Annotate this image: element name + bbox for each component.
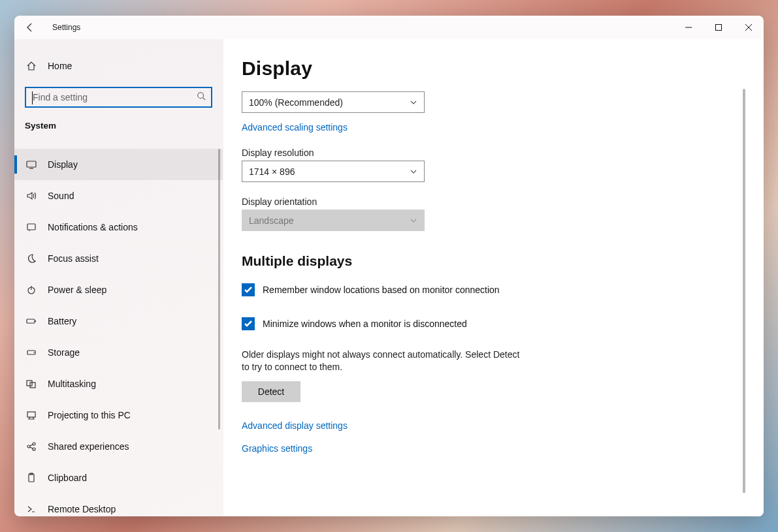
- orientation-dropdown: Landscape: [242, 210, 425, 231]
- sidebar-item-label: Notifications & actions: [48, 222, 138, 232]
- orientation-label: Display orientation: [242, 196, 730, 207]
- checkmark-icon: [244, 285, 253, 294]
- detect-info-text: Older displays might not always connect …: [242, 349, 529, 373]
- sidebar-item-battery[interactable]: Battery: [14, 305, 223, 337]
- chevron-down-icon: [410, 99, 417, 106]
- chevron-down-icon: [410, 168, 417, 176]
- search-input[interactable]: [33, 92, 197, 102]
- minimize-button[interactable]: [673, 16, 704, 39]
- chevron-down-icon: [410, 217, 417, 225]
- sidebar-item-clipboard[interactable]: Clipboard: [14, 462, 223, 493]
- remember-locations-row[interactable]: Remember window locations based on monit…: [242, 283, 730, 296]
- svg-point-20: [33, 448, 35, 450]
- sidebar-item-power-sleep[interactable]: Power & sleep: [14, 274, 223, 305]
- svg-point-4: [198, 93, 204, 99]
- search-input-container[interactable]: [25, 87, 212, 108]
- sidebar-item-label: Sound: [48, 191, 74, 201]
- window-controls: [673, 16, 764, 39]
- scale-dropdown[interactable]: 100% (Recommended): [242, 91, 425, 113]
- sidebar-item-remote-desktop[interactable]: Remote Desktop: [14, 493, 223, 516]
- shared-icon: [25, 441, 38, 452]
- sidebar-home[interactable]: Home: [14, 54, 223, 78]
- svg-rect-11: [27, 319, 35, 323]
- sidebar-item-label: Power & sleep: [48, 285, 106, 295]
- minimize-windows-checkbox[interactable]: [242, 317, 255, 330]
- advanced-scaling-link[interactable]: Advanced scaling settings: [242, 122, 348, 133]
- titlebar: Settings: [14, 16, 764, 39]
- back-button[interactable]: [17, 16, 43, 39]
- sidebar-item-storage[interactable]: Storage: [14, 337, 223, 368]
- multitasking-icon: [25, 379, 38, 389]
- settings-window: Settings Home: [14, 16, 764, 516]
- svg-rect-15: [27, 381, 32, 386]
- sidebar-item-shared-experiences[interactable]: Shared experiences: [14, 431, 223, 462]
- sidebar-item-display[interactable]: Display: [14, 149, 223, 180]
- orientation-dropdown-value: Landscape: [249, 215, 294, 226]
- window-title: Settings: [52, 23, 80, 32]
- remember-locations-checkbox[interactable]: [242, 283, 255, 296]
- checkmark-icon: [244, 319, 253, 328]
- sidebar-item-label: Storage: [48, 347, 80, 358]
- sidebar-item-multitasking[interactable]: Multitasking: [14, 368, 223, 399]
- svg-rect-17: [27, 412, 35, 417]
- main-content: Display 100% (Recommended) Advanced scal…: [223, 39, 764, 516]
- text-caret: [32, 91, 33, 104]
- close-button[interactable]: [734, 16, 764, 39]
- home-icon: [25, 61, 38, 71]
- notifications-icon: [25, 222, 38, 232]
- svg-rect-21: [29, 474, 34, 482]
- power-icon: [25, 285, 38, 295]
- content-scroll-area[interactable]: 100% (Recommended) Advanced scaling sett…: [242, 89, 745, 493]
- sidebar-item-label: Focus assist: [48, 253, 99, 264]
- svg-point-19: [33, 443, 35, 445]
- sound-icon: [25, 191, 38, 201]
- advanced-display-link[interactable]: Advanced display settings: [242, 420, 348, 431]
- resolution-dropdown[interactable]: 1714 × 896: [242, 161, 425, 182]
- sidebar-nav-list[interactable]: Display Sound Notifications & actions Fo…: [14, 149, 223, 516]
- scrollbar-thumb[interactable]: [743, 89, 745, 493]
- storage-icon: [25, 347, 38, 358]
- sidebar-item-focus-assist[interactable]: Focus assist: [14, 243, 223, 274]
- sidebar-item-label: Projecting to this PC: [48, 410, 131, 420]
- svg-rect-1: [716, 25, 722, 31]
- battery-icon: [25, 316, 38, 326]
- monitor-icon: [25, 159, 38, 170]
- sidebar-home-label: Home: [48, 61, 72, 71]
- svg-line-5: [203, 98, 206, 101]
- sidebar-item-label: Clipboard: [48, 473, 87, 483]
- sidebar-item-sound[interactable]: Sound: [14, 180, 223, 211]
- remember-locations-label: Remember window locations based on monit…: [263, 285, 500, 295]
- maximize-button[interactable]: [704, 16, 734, 39]
- svg-rect-8: [27, 224, 35, 230]
- multiple-displays-heading: Multiple displays: [242, 253, 730, 269]
- search-icon: [197, 91, 206, 103]
- scale-dropdown-value: 100% (Recommended): [249, 97, 343, 108]
- resolution-dropdown-value: 1714 × 896: [249, 166, 295, 177]
- moon-icon: [25, 253, 38, 264]
- resolution-label: Display resolution: [242, 148, 730, 158]
- search-wrap: [14, 78, 223, 108]
- sidebar-item-label: Shared experiences: [48, 441, 129, 452]
- graphics-settings-link[interactable]: Graphics settings: [242, 443, 312, 454]
- sidebar-item-notifications[interactable]: Notifications & actions: [14, 211, 223, 243]
- projecting-icon: [25, 410, 38, 420]
- sidebar: Home System Display: [14, 39, 223, 516]
- sidebar-item-projecting[interactable]: Projecting to this PC: [14, 399, 223, 431]
- sidebar-item-label: Battery: [48, 316, 76, 326]
- sidebar-item-label: Remote Desktop: [48, 504, 116, 514]
- svg-rect-12: [35, 321, 37, 322]
- clipboard-icon: [25, 473, 38, 483]
- detect-button[interactable]: Detect: [242, 381, 300, 402]
- minimize-windows-row[interactable]: Minimize windows when a monitor is disco…: [242, 317, 730, 330]
- svg-rect-6: [27, 161, 36, 167]
- svg-point-18: [27, 445, 30, 448]
- sidebar-item-label: Display: [48, 159, 78, 170]
- window-body: Home System Display: [14, 39, 764, 516]
- remote-desktop-icon: [25, 504, 38, 514]
- svg-rect-16: [30, 383, 35, 388]
- minimize-windows-label: Minimize windows when a monitor is disco…: [263, 319, 467, 329]
- sidebar-section-label: System: [14, 108, 223, 134]
- page-title: Display: [242, 57, 745, 80]
- sidebar-item-label: Multitasking: [48, 379, 96, 389]
- svg-point-14: [33, 352, 35, 353]
